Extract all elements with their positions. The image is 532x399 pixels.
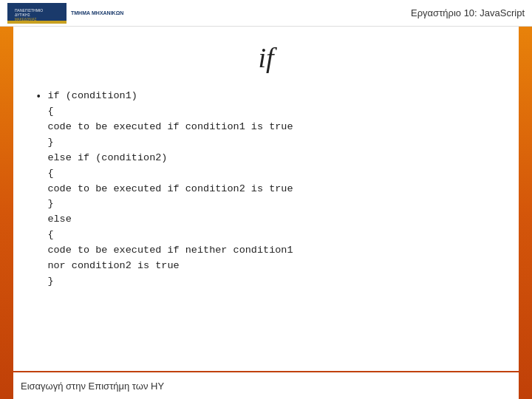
logo-text: ΤΜΗΜΑ ΜΗΧΑΝΙΚΩΝ: [71, 10, 123, 16]
svg-text:ΔΥΤΙΚΗΣ: ΔΥΤΙΚΗΣ: [15, 13, 30, 17]
code-block: • if (condition1) { code to be executed …: [35, 89, 497, 384]
code-bullet-line: • if (condition1) { code to be executed …: [35, 89, 497, 290]
logo-box: ΠΑΝΕΠΙΣΤΗΜΙΟ ΔΥΤΙΚΗΣ ΜΑΚΕΔΟΝΙΑΣ: [7, 3, 66, 24]
code-line-3: code to be executed if condition1 is tru…: [47, 120, 293, 135]
slide-title: if: [35, 41, 497, 74]
footer: Εισαγωγή στην Επιστήμη των ΗΥ: [13, 371, 519, 399]
header-title: Εργαστήριο 10: JavaScript: [411, 7, 525, 18]
code-line-1: if (condition1): [47, 89, 293, 104]
code-line-7: code to be executed if condition2 is tru…: [47, 182, 293, 197]
code-line-10: {: [47, 228, 293, 243]
code-line-5: else if (condition2): [47, 151, 293, 166]
logo-area: ΠΑΝΕΠΙΣΤΗΜΙΟ ΔΥΤΙΚΗΣ ΜΑΚΕΔΟΝΙΑΣ ΤΜΗΜΑ ΜΗ…: [7, 3, 123, 24]
code-line-9: else: [47, 212, 293, 228]
code-line-11: code to be executed if neither condition…: [47, 243, 293, 259]
bullet-point: •: [35, 89, 41, 106]
svg-text:ΜΑΚΕΔΟΝΙΑΣ: ΜΑΚΕΔΟΝΙΑΣ: [15, 18, 37, 21]
footer-text: Εισαγωγή στην Επιστήμη των ΗΥ: [21, 381, 164, 392]
right-accent-bar: [519, 27, 532, 399]
main-content: if • if (condition1) { code to be execut…: [13, 27, 519, 399]
code-line-13: }: [47, 274, 293, 290]
code-line-2: {: [47, 104, 293, 120]
code-line-6: {: [47, 166, 293, 182]
header: ΠΑΝΕΠΙΣΤΗΜΙΟ ΔΥΤΙΚΗΣ ΜΑΚΕΔΟΝΙΑΣ ΤΜΗΜΑ ΜΗ…: [0, 0, 532, 27]
code-line-8: }: [47, 197, 293, 212]
code-line-12: nor condition2 is true: [47, 259, 293, 274]
left-accent-bar: [0, 27, 13, 399]
code-line-4: }: [47, 135, 293, 151]
code-content: if (condition1) { code to be executed if…: [47, 89, 293, 290]
